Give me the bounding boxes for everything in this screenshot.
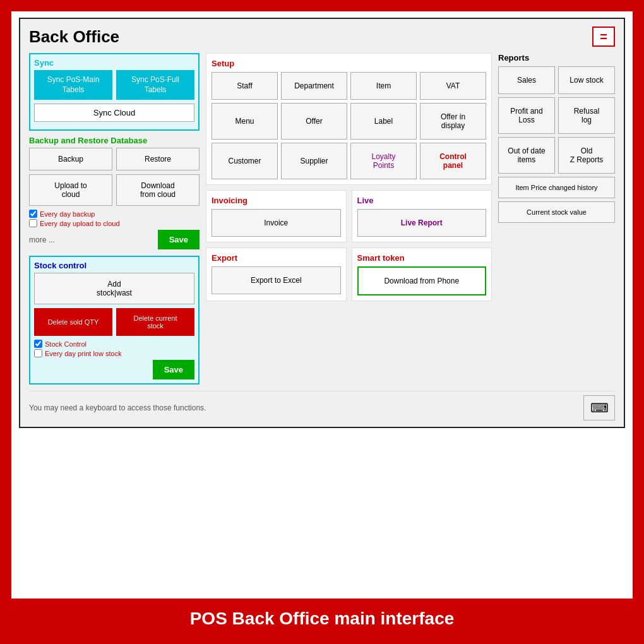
every-day-upload-row: Every day upload to cloud bbox=[29, 219, 200, 227]
print-low-stock-row: Every day print low stock bbox=[34, 349, 194, 357]
export-to-excel-button[interactable]: Export to Excel bbox=[212, 266, 341, 294]
customer-button[interactable]: Customer bbox=[212, 143, 278, 179]
white-area: Back Office = Sync Sync PoS-MainTabels S… bbox=[11, 11, 633, 599]
every-day-backup-row: Every day backup bbox=[29, 210, 200, 218]
sync-pos-main-button[interactable]: Sync PoS-MainTabels bbox=[34, 70, 112, 100]
profit-loss-report-button[interactable]: Profit andLoss bbox=[498, 97, 555, 134]
sync-section: Sync Sync PoS-MainTabels Sync PoS-FullTa… bbox=[29, 53, 200, 131]
offer-in-display-button[interactable]: Offer indisplay bbox=[420, 103, 486, 140]
middle-section: Setup Staff Department Item VAT Menu Off… bbox=[206, 53, 492, 301]
left-column: Sync Sync PoS-MainTabels Sync PoS-FullTa… bbox=[29, 53, 200, 385]
reports-label: Reports bbox=[498, 53, 615, 63]
page-title: Back Office bbox=[29, 27, 119, 47]
bottom-caption: POS Back Office main interface bbox=[11, 605, 633, 633]
backup-button[interactable]: Backup bbox=[29, 148, 112, 170]
menu-button[interactable]: = bbox=[592, 27, 615, 47]
print-low-stock-label: Every day print low stock bbox=[45, 350, 122, 357]
backup-btn-grid: Backup Restore Upload tocloud Downloadfr… bbox=[29, 148, 200, 206]
sync-pos-full-button[interactable]: Sync PoS-FullTabels bbox=[116, 70, 194, 100]
control-panel-button[interactable]: Controlpanel bbox=[420, 143, 486, 179]
add-stock-button[interactable]: Addstock|wast bbox=[34, 273, 194, 304]
backup-save-button[interactable]: Save bbox=[158, 230, 200, 249]
every-day-upload-checkbox[interactable] bbox=[29, 219, 37, 227]
header-row: Back Office = bbox=[29, 27, 615, 47]
out-of-date-items-button[interactable]: Out of dateitems bbox=[498, 137, 555, 174]
backup-section: Backup and Restore Database Backup Resto… bbox=[29, 136, 200, 249]
staff-button[interactable]: Staff bbox=[212, 72, 278, 100]
live-report-button[interactable]: Live Report bbox=[357, 209, 487, 237]
every-day-backup-label: Every day backup bbox=[40, 210, 95, 218]
supplier-button[interactable]: Supplier bbox=[281, 143, 347, 179]
loyalty-points-button[interactable]: LoyaltyPoints bbox=[350, 143, 417, 179]
more-link[interactable]: more ... bbox=[29, 236, 55, 244]
offer-button[interactable]: Offer bbox=[281, 103, 347, 140]
item-button[interactable]: Item bbox=[350, 72, 417, 100]
invoicing-box: Invoicing Invoice bbox=[206, 190, 347, 242]
low-stock-report-button[interactable]: Low stock bbox=[558, 66, 615, 94]
smart-token-label: Smart token bbox=[357, 253, 487, 263]
invoicing-live-row: Invoicing Invoice Live Live Report bbox=[206, 190, 492, 242]
every-day-backup-checkbox[interactable] bbox=[29, 210, 37, 218]
item-price-changed-history-button[interactable]: Item Price changed history bbox=[498, 177, 615, 198]
stock-control-label: Stock Control bbox=[45, 340, 86, 348]
menu-button-setup[interactable]: Menu bbox=[212, 103, 278, 140]
export-smart-row: Export Export to Excel Smart token Downl… bbox=[206, 247, 492, 301]
stock-section: Stock control Addstock|wast Delete sold … bbox=[29, 256, 200, 385]
delete-sold-qty-button[interactable]: Delete sold QTY bbox=[34, 308, 112, 336]
footer-text: You may need a keyboard to access those … bbox=[29, 403, 206, 412]
invoice-button[interactable]: Invoice bbox=[212, 209, 341, 237]
sync-top-row: Sync PoS-MainTabels Sync PoS-FullTabels bbox=[34, 70, 194, 100]
download-from-cloud-button[interactable]: Downloadfrom cloud bbox=[116, 174, 200, 206]
vat-button[interactable]: VAT bbox=[420, 72, 486, 100]
setup-grid: Staff Department Item VAT Menu Offer Lab… bbox=[212, 72, 486, 179]
label-button[interactable]: Label bbox=[350, 103, 417, 140]
stock-control-checkbox[interactable] bbox=[34, 340, 42, 348]
delete-row: Delete sold QTY Delete currentstock bbox=[34, 308, 194, 336]
live-box: Live Live Report bbox=[352, 190, 492, 242]
department-button[interactable]: Department bbox=[281, 72, 347, 100]
download-from-phone-button[interactable]: Download from Phone bbox=[357, 266, 487, 295]
current-stock-value-button[interactable]: Current stock value bbox=[498, 201, 615, 223]
export-box: Export Export to Excel bbox=[206, 247, 347, 301]
sync-cloud-button[interactable]: Sync Cloud bbox=[34, 104, 194, 122]
sync-label: Sync bbox=[34, 58, 194, 68]
upload-to-cloud-button[interactable]: Upload tocloud bbox=[29, 174, 112, 206]
restore-button[interactable]: Restore bbox=[116, 148, 200, 170]
stock-save-button[interactable]: Save bbox=[153, 360, 194, 379]
stock-label: Stock control bbox=[34, 261, 194, 270]
refusal-log-report-button[interactable]: Refusallog bbox=[558, 97, 615, 134]
setup-label: Setup bbox=[212, 59, 486, 68]
sales-report-button[interactable]: Sales bbox=[498, 66, 555, 94]
old-z-reports-button[interactable]: OldZ Reports bbox=[558, 137, 615, 174]
setup-box: Setup Staff Department Item VAT Menu Off… bbox=[206, 53, 492, 185]
main-window: Back Office = Sync Sync PoS-MainTabels S… bbox=[19, 18, 625, 428]
outer-frame: Back Office = Sync Sync PoS-MainTabels S… bbox=[0, 0, 644, 644]
stock-control-row: Stock Control bbox=[34, 340, 194, 348]
print-low-stock-checkbox[interactable] bbox=[34, 349, 42, 357]
reports-section: Reports Sales Low stock Profit andLoss R… bbox=[498, 53, 615, 223]
live-label: Live bbox=[357, 196, 487, 205]
backup-label: Backup and Restore Database bbox=[29, 136, 200, 145]
reports-grid: Sales Low stock Profit andLoss Refusallo… bbox=[498, 66, 615, 174]
backup-save-row: more ... Save bbox=[29, 230, 200, 249]
delete-current-stock-button[interactable]: Delete currentstock bbox=[116, 308, 194, 336]
keyboard-icon[interactable]: ⌨ bbox=[583, 395, 615, 420]
smart-token-box: Smart token Download from Phone bbox=[352, 247, 492, 301]
export-label: Export bbox=[212, 253, 341, 263]
content-row: Sync Sync PoS-MainTabels Sync PoS-FullTa… bbox=[29, 53, 615, 385]
every-day-upload-label: Every day upload to cloud bbox=[40, 220, 120, 227]
footer-row: You may need a keyboard to access those … bbox=[29, 391, 615, 420]
invoicing-label: Invoicing bbox=[212, 196, 341, 205]
